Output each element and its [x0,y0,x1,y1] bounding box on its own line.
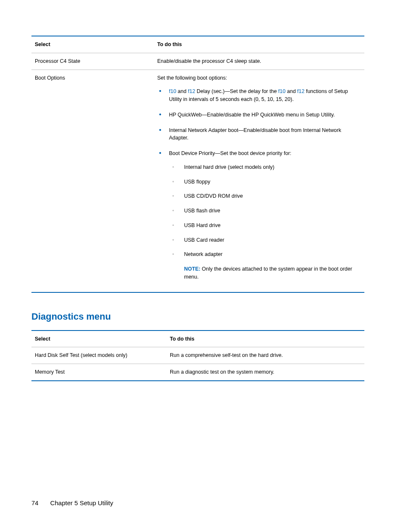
boot-options-list: f10 and f12 Delay (sec.)—Set the delay f… [157,88,361,281]
key-f12: f12 [297,88,304,94]
note-text: Only the devices attached to the system … [184,266,352,280]
sub-item-text: Network adapter [184,251,223,257]
table-row: Hard Disk Self Test (select models only)… [31,347,364,364]
list-item: Internal Network Adapter boot—Enable/dis… [157,127,361,142]
list-item: USB floppy [169,178,361,186]
cell-action: Run a comprehensive self-test on the har… [170,347,364,364]
chapter-label: Chapter 5 Setup Utility [50,499,113,506]
key-f10: f10 [278,88,286,94]
list-item: USB CD/DVD ROM drive [169,192,361,200]
table-header-action: To do this [170,331,364,347]
table-row: Boot Options Set the following boot opti… [31,70,364,292]
table-row: Processor C4 State Enable/disable the pr… [31,53,364,70]
diagnostics-table: Select To do this Hard Disk Self Test (s… [31,330,364,381]
list-item: USB Hard drive [169,222,361,230]
system-config-table: Select To do this Processor C4 State Ena… [31,36,364,293]
page-footer: 74 Chapter 5 Setup Utility [31,498,113,508]
cell-action: Run a diagnostic test on the system memo… [170,364,364,381]
list-item: Network adapter NOTE: Only the devices a… [169,251,361,281]
list-item: Internal hard drive (select models only) [169,163,361,171]
page-number: 74 [31,499,39,506]
cell-select: Boot Options [31,70,157,292]
boot-priority-text: Boot Device Priority—Set the boot device… [169,150,291,156]
boot-priority-sublist: Internal hard drive (select models only)… [169,163,361,281]
table-header-select: Select [31,36,157,53]
list-item: USB Card reader [169,236,361,244]
table-row: Memory Test Run a diagnostic test on the… [31,364,364,381]
list-item: USB flash drive [169,207,361,215]
table-header-select: Select [31,331,170,347]
table-header-action: To do this [157,36,364,53]
cell-select: Hard Disk Self Test (select models only) [31,347,170,364]
list-item: f10 and f12 Delay (sec.)—Set the delay f… [157,88,361,103]
cell-select: Memory Test [31,364,170,381]
cell-action: Set the following boot options: f10 and … [157,70,364,292]
diagnostics-heading: Diagnostics menu [31,310,364,323]
cell-select: Processor C4 State [31,53,157,70]
key-f10: f10 [169,88,176,94]
boot-options-intro: Set the following boot options: [157,75,227,81]
key-f12: f12 [188,88,195,94]
cell-action: Enable/disable the processor C4 sleep st… [157,53,364,70]
list-item: Boot Device Priority—Set the boot device… [157,150,361,281]
note-label: NOTE: [184,266,200,272]
list-item: HP QuickWeb—Enable/disable the HP QuickW… [157,111,361,119]
note-block: NOTE: Only the devices attached to the s… [184,265,361,281]
